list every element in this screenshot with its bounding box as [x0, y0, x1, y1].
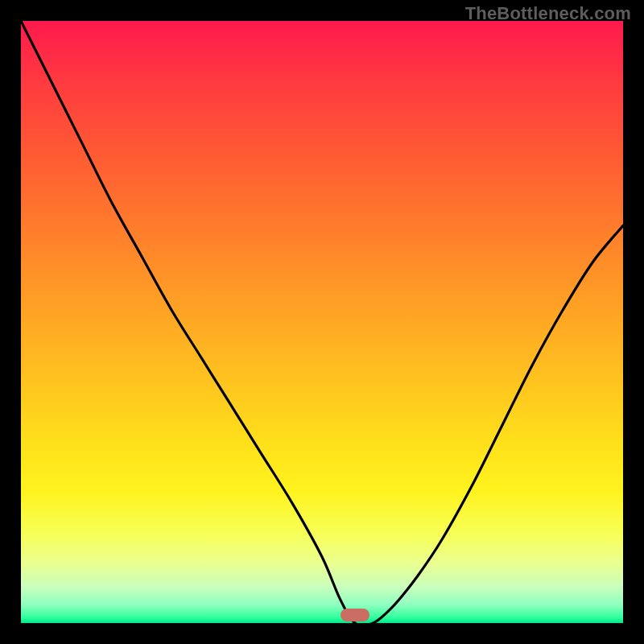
optimum-marker [341, 609, 369, 621]
plot-area [21, 21, 623, 623]
bottleneck-curve [21, 21, 623, 623]
chart-frame: TheBottleneck.com [0, 0, 644, 644]
watermark-text: TheBottleneck.com [465, 3, 631, 24]
